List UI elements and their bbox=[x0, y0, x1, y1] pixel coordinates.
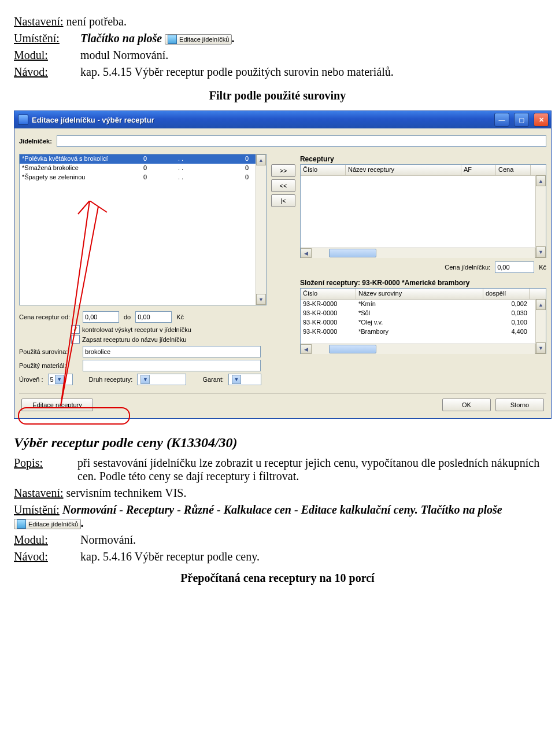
table-row[interactable]: 93-KR-0000 *Olej v.v. 0,100 bbox=[301, 318, 536, 327]
app-window: Editace jídelníčku - výběr receptur — ▢ … bbox=[14, 110, 552, 419]
checkbox-icon: ✓ bbox=[71, 325, 80, 334]
value-navod: kap. 5.4.15 Výběr receptur podle použitý… bbox=[80, 65, 394, 78]
titlebar[interactable]: Editace jídelníčku - výběr receptur — ▢ … bbox=[14, 111, 551, 128]
label-cena-od: Cena receptur od: bbox=[19, 314, 78, 320]
app-icon bbox=[18, 115, 28, 125]
remove-button[interactable]: << bbox=[271, 179, 295, 192]
move-buttons: >> << |< bbox=[271, 164, 295, 388]
table-row[interactable]: 93-KR-0000 *Kmín 0,002 bbox=[301, 300, 536, 309]
scroll-up-icon[interactable]: ▲ bbox=[536, 175, 546, 186]
left-scrollbar[interactable]: ▲ ▼ bbox=[256, 154, 266, 305]
value-modul2: Normování. bbox=[80, 533, 136, 546]
menu-icon bbox=[168, 35, 177, 44]
scroll-up-icon[interactable]: ▲ bbox=[256, 154, 266, 165]
label-pouzita-surovina: Použitá surovina: bbox=[19, 348, 78, 355]
label-slozeni: Složení receptury: 93-KR-0000 *Americké … bbox=[300, 279, 546, 287]
label-do: do bbox=[124, 314, 131, 320]
input-cena-do[interactable]: 0,00 bbox=[135, 311, 172, 323]
left-column: *Polévka květáková s brokolicí 0 . . 0 *… bbox=[19, 154, 267, 388]
label-kc2: Kč bbox=[539, 264, 546, 271]
value-nastaveni2: servisním technikem VIS. bbox=[66, 486, 187, 499]
label-kc: Kč bbox=[176, 314, 184, 320]
scroll-down-icon[interactable]: ▼ bbox=[536, 342, 546, 353]
label-pouzity-material: Použitý materiál: bbox=[19, 362, 78, 369]
checkbox-icon bbox=[71, 335, 80, 344]
maximize-button[interactable]: ▢ bbox=[514, 113, 529, 127]
scroll-up-icon[interactable]: ▲ bbox=[536, 299, 546, 310]
chevron-down-icon: ▼ bbox=[232, 375, 241, 384]
label-jidelnicek: Jídelníček: bbox=[19, 138, 52, 145]
chevron-down-icon: ▼ bbox=[140, 375, 150, 384]
hscrollbar[interactable]: ◀ ▶ bbox=[301, 344, 546, 354]
table-row[interactable]: 93-KR-0000 *Sůl 0,030 bbox=[301, 309, 536, 318]
label-nastaveni: Nastavení: bbox=[14, 15, 64, 28]
select-druh[interactable]: ▼ bbox=[137, 374, 186, 385]
label-umisteni: Umístění: bbox=[14, 32, 77, 45]
input-cena-od[interactable]: 0,00 bbox=[83, 311, 119, 323]
label-modul: Modul: bbox=[14, 49, 77, 62]
input-jidelnicek[interactable] bbox=[57, 135, 546, 147]
value-modul: modul Normování. bbox=[80, 49, 168, 61]
hscrollbar[interactable]: ◀ ▶ bbox=[301, 248, 546, 258]
scroll-down-icon[interactable]: ▼ bbox=[536, 246, 546, 257]
line-modul: Modul: modul Normování. bbox=[14, 49, 541, 62]
line-umisteni: Umístění: Tlačítko na ploše Editace jíde… bbox=[14, 32, 541, 45]
left-listview[interactable]: *Polévka květáková s brokolicí 0 . . 0 *… bbox=[19, 154, 267, 305]
checkbox-zapsat[interactable]: Zapsat recepturu do názvu jídelníčku bbox=[71, 335, 267, 344]
storno-button[interactable]: Storno bbox=[495, 399, 544, 411]
select-uroven[interactable]: 5 ▼ bbox=[48, 374, 73, 385]
label-popis: Popis: bbox=[14, 456, 66, 483]
edit-recipe-button[interactable]: Editace receptury bbox=[21, 399, 93, 411]
value-umisteni2: Normování - Receptury - Různé - Kalkulac… bbox=[62, 503, 502, 516]
label-umisteni2: Umístění: bbox=[14, 503, 60, 516]
first-button[interactable]: |< bbox=[271, 194, 295, 207]
figure-caption-2: Přepočítaná cena receptury na 10 porcí bbox=[14, 571, 541, 585]
add-button[interactable]: >> bbox=[271, 164, 295, 177]
value-navod2: kap. 5.4.16 Výběr receptur podle ceny. bbox=[80, 550, 260, 563]
close-button[interactable]: ✕ bbox=[534, 113, 549, 127]
list-item[interactable]: *Polévka květáková s brokolicí 0 . . 0 bbox=[20, 154, 256, 164]
checkbox-kontrolovat[interactable]: ✓ kontrolovat výskyt receptur v jídelníč… bbox=[71, 325, 267, 334]
label-receptury: Receptury bbox=[300, 155, 546, 163]
label-navod: Návod: bbox=[14, 65, 77, 79]
section-heading: Výběr receptur podle ceny (K13304/30) bbox=[14, 435, 541, 451]
label-garant: Garant: bbox=[202, 376, 224, 383]
line-nastaveni: Nastavení: není potřeba. bbox=[14, 15, 541, 28]
label-cena-jidelnicku: Cena jídelníčku: bbox=[445, 264, 490, 271]
right-listview-receptury[interactable]: Číslo Název receptury AF Cena ▲ ▼ ◀ bbox=[300, 164, 546, 258]
chevron-down-icon: ▼ bbox=[55, 375, 64, 384]
window-title: Editace jídelníčku - výběr receptur bbox=[32, 116, 490, 124]
value-popis: při sestavování jídelníčku lze zobrazit … bbox=[77, 456, 541, 483]
menu-icon bbox=[17, 519, 26, 529]
minimize-button[interactable]: — bbox=[494, 113, 509, 127]
toolbar-button-editace-jidelnicku[interactable]: Editace jídelníčků bbox=[165, 34, 232, 45]
value-umisteni: Tlačítko na ploše bbox=[80, 32, 165, 45]
value-nastaveni: není potřeba. bbox=[66, 15, 127, 28]
toolbar-button-editace-jidelnicku-2[interactable]: Editace jídelníčků bbox=[14, 519, 81, 529]
scroll-left-icon[interactable]: ◀ bbox=[301, 344, 312, 354]
scroll-down-icon[interactable]: ▼ bbox=[256, 294, 266, 305]
label-druh: Druh receptury: bbox=[89, 376, 133, 383]
right-column: Receptury Číslo Název receptury AF Cena … bbox=[300, 154, 546, 388]
list-item[interactable]: *Smažená brokolice 0 . . 0 bbox=[20, 164, 256, 173]
label-uroven: Úroveň : bbox=[19, 376, 43, 383]
line-navod: Návod: kap. 5.4.15 Výběr receptur podle … bbox=[14, 65, 541, 79]
value-cena-jidelnicku: 0,00 bbox=[495, 261, 534, 273]
scrollbar[interactable]: ▲ ▼ bbox=[535, 175, 546, 257]
ok-button[interactable]: OK bbox=[442, 399, 491, 411]
select-garant[interactable]: ▼ bbox=[228, 374, 261, 385]
scrollbar[interactable]: ▲ ▼ bbox=[535, 299, 546, 353]
label-nastaveni2: Nastavení: bbox=[14, 486, 64, 499]
table-row[interactable]: 93-KR-0000 *Brambory 4,400 bbox=[301, 327, 536, 337]
input-pouzita-surovina[interactable]: brokolice bbox=[83, 346, 261, 357]
right-listview-slozeni[interactable]: Číslo Název suroviny dospělí 93-KR-0000 … bbox=[300, 288, 546, 354]
toolbar-button-label: Editace jídelníčků bbox=[28, 521, 78, 528]
toolbar-button-label: Editace jídelníčků bbox=[179, 36, 229, 43]
input-pouzity-material[interactable] bbox=[83, 360, 261, 371]
label-navod2: Návod: bbox=[14, 550, 77, 563]
label-modul2: Modul: bbox=[14, 533, 77, 547]
scroll-left-icon[interactable]: ◀ bbox=[301, 248, 312, 258]
dialog-button-bar: Editace receptury OK Storno bbox=[19, 393, 546, 412]
figure-caption: Filtr podle použité suroviny bbox=[14, 89, 541, 102]
list-item[interactable]: *Špagety se zeleninou 0 . . 0 bbox=[20, 173, 256, 182]
